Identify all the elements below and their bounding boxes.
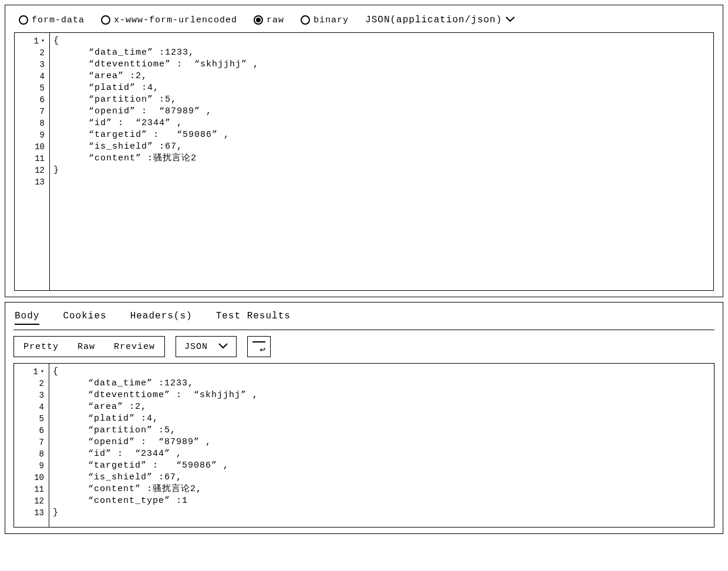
wrap-lines-button[interactable] [247,336,271,357]
line-number: 9 [17,129,47,141]
radio-binary[interactable]: binary [301,15,349,25]
tab-test-results[interactable]: Test Results [216,311,291,325]
line-number: 1▾ [17,35,47,47]
radio-urlencoded[interactable]: x-www-form-urlencoded [101,15,237,25]
radio-icon [254,15,263,25]
radio-form-data[interactable]: form-data [19,15,85,25]
content-type-label: JSON(application/json) [365,15,502,25]
line-number: 10 [16,472,46,483]
line-number: 10 [17,141,47,153]
response-format-select[interactable]: JSON [176,336,237,357]
line-number: 11 [16,483,46,495]
response-panel: Body Cookies Headers(s) Test Results Pre… [5,302,723,534]
radio-icon [19,15,28,25]
radio-label: x-www-form-urlencoded [114,15,237,25]
code-content: { “data_time” :1233, “dteventtiome” : “s… [49,364,262,527]
line-number: 9 [16,460,46,472]
view-raw-button[interactable]: Raw [68,338,105,355]
line-number: 2 [16,378,46,389]
line-number: 4 [16,401,46,413]
line-number: 6 [16,425,46,436]
tab-body[interactable]: Body [15,311,39,325]
line-number: 6 [17,94,47,106]
line-number: 7 [17,106,47,117]
tab-cookies[interactable]: Cookies [63,311,106,325]
chevron-down-icon [218,342,228,352]
view-preview-button[interactable]: Rreview [105,338,164,355]
line-number-gutter: 1▾2345678910111213 [14,364,49,527]
request-body-editor[interactable]: 1▾2345678910111213 { “data_time” :1233, … [14,32,714,291]
view-pretty-button[interactable]: Pretty [14,338,68,355]
request-panel: form-data x-www-form-urlencoded raw bina… [5,5,723,297]
body-type-row: form-data x-www-form-urlencoded raw bina… [14,11,714,31]
line-number: 7 [16,436,46,448]
line-number: 5 [16,413,46,425]
content-type-select[interactable]: JSON(application/json) [365,15,515,25]
line-number: 8 [16,448,46,460]
line-number: 5 [17,82,47,94]
divider [14,330,714,330]
line-number: 12 [16,495,46,507]
line-number: 3 [16,389,46,401]
line-number: 4 [17,70,47,82]
code-content[interactable]: { “data_time” :1233, “dteventtiome” : “s… [50,33,262,290]
fold-icon[interactable]: ▾ [41,35,45,47]
line-number-gutter: 1▾2345678910111213 [15,33,50,290]
view-mode-group: Pretty Raw Rreview [14,336,165,357]
response-tabs: Body Cookies Headers(s) Test Results [14,308,714,330]
fold-icon[interactable]: ▾ [41,366,44,378]
line-number: 1▾ [16,366,46,378]
line-number: 8 [17,117,47,129]
line-number: 12 [17,164,47,176]
radio-label: form-data [32,15,85,25]
line-number: 13 [16,507,46,519]
radio-icon [101,15,110,25]
response-body-viewer[interactable]: 1▾2345678910111213 { “data_time” :1233, … [14,363,714,528]
wrap-icon [252,341,265,352]
line-number: 3 [17,59,47,70]
chevron-down-icon [505,15,515,25]
line-number: 2 [17,47,47,59]
radio-label: binary [314,15,349,25]
radio-label: raw [267,15,284,25]
line-number: 11 [17,153,47,164]
format-label: JSON [184,342,208,352]
response-toolbar: Pretty Raw Rreview JSON [14,336,714,357]
radio-icon [301,15,310,25]
line-number: 13 [17,176,47,188]
tab-headers[interactable]: Headers(s) [130,311,193,325]
radio-raw[interactable]: raw [254,15,284,25]
